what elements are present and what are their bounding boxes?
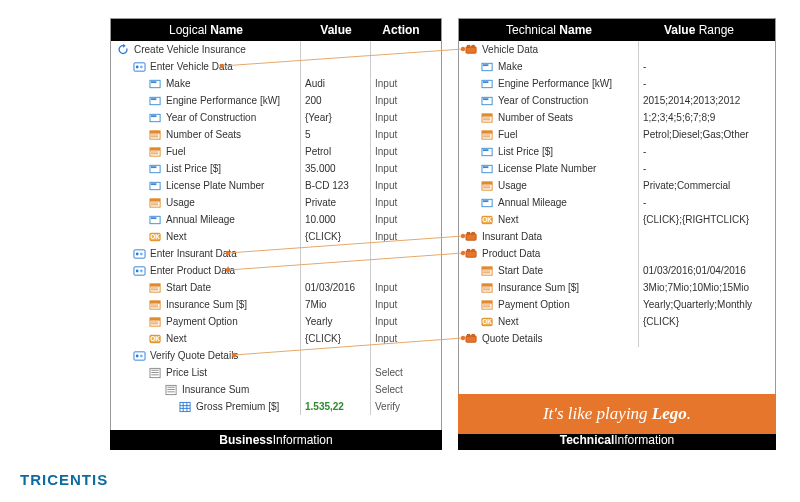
row-value: Private [301,194,371,211]
table-row[interactable]: Next{CLICK};{RIGHTCLICK} [459,211,775,228]
row-value: 01/03/2016 [301,279,371,296]
table-row[interactable]: Year of Construction{Year}Input [111,109,441,126]
table-row[interactable]: Create Vehicle Insurance [111,41,441,58]
table-row[interactable]: Enter Vehicle Data [111,58,441,75]
table-row[interactable]: Insurance Sum [$]3Mio;7Mio;10Mio;15Mio [459,279,775,296]
table-row[interactable]: FuelPetrol;Diesel;Gas;Other [459,126,775,143]
combo-icon [149,282,162,294]
row-value [301,58,371,75]
row-label: Enter Product Data [150,265,235,276]
module-icon [133,248,146,260]
table-row[interactable]: Insurance SumSelect [111,381,441,398]
row-label: Vehicle Data [482,44,538,55]
table-row[interactable]: Enter Insurant Data [111,245,441,262]
lego-callout: It's like playing Lego. [458,394,776,434]
row-action: Input [371,177,431,194]
row-action: Input [371,92,431,109]
combo-icon [149,129,162,141]
combo-icon [481,129,494,141]
table-row[interactable]: Start Date01/03/2016;01/04/2016 [459,262,775,279]
table-row[interactable]: Next{CLICK}Input [111,330,441,347]
technical-panel: Technical Name Value Range Vehicle DataM… [458,18,776,450]
footer-bold: Business [219,433,272,447]
row-label: Annual Mileage [498,197,567,208]
right-rows: Vehicle DataMake-Engine Performance [kW]… [459,41,775,347]
combo-icon [481,282,494,294]
table-row[interactable]: Payment OptionYearlyInput [111,313,441,330]
row-label: Start Date [498,265,543,276]
row-value: 200 [301,92,371,109]
row-value: 1.535,22 [301,398,371,415]
row-label: Gross Premium [$] [196,401,279,412]
field-icon [481,163,494,175]
row-value-range: - [639,75,759,92]
table-row[interactable]: Next{CLICK} [459,313,775,330]
table-row[interactable]: Quote Details [459,330,775,347]
table-row[interactable]: License Plate NumberB-CD 123Input [111,177,441,194]
col-value: Value [320,23,351,37]
row-action: Input [371,211,431,228]
row-action [371,262,431,279]
row-label: Fuel [166,146,185,157]
table-row[interactable]: UsagePrivate;Commercial [459,177,775,194]
field-icon [149,112,162,124]
row-value: {CLICK} [301,228,371,245]
row-action: Input [371,194,431,211]
row-value-range [639,245,759,262]
row-value [301,364,371,381]
table-row[interactable]: Next{CLICK}Input [111,228,441,245]
row-label: Number of Seats [166,129,241,140]
table-row[interactable]: Engine Performance [kW]200Input [111,92,441,109]
table-row[interactable]: Payment OptionYearly;Quarterly;Monthly [459,296,775,313]
row-value-range: 01/03/2016;01/04/2016 [639,262,759,279]
row-value-range: - [639,143,759,160]
field-icon [149,78,162,90]
table-row[interactable]: Price ListSelect [111,364,441,381]
col-logical-name-prefix: Logical [169,23,210,37]
callout-bold: Lego [652,404,687,423]
table-row[interactable]: Number of Seats5Input [111,126,441,143]
table-row[interactable]: Year of Construction2015;2014;2013;2012 [459,92,775,109]
ok-icon [149,231,162,243]
row-value-range: - [639,194,759,211]
row-value-range: 2015;2014;2013;2012 [639,92,759,109]
table-row[interactable]: Insurant Data [459,228,775,245]
table-row[interactable]: Annual Mileage10.000Input [111,211,441,228]
table-row[interactable]: List Price [$]35.000Input [111,160,441,177]
table-row[interactable]: Annual Mileage- [459,194,775,211]
table-row[interactable]: Start Date01/03/2016Input [111,279,441,296]
table-row[interactable]: License Plate Number- [459,160,775,177]
combo-icon [149,197,162,209]
module-icon [133,61,146,73]
row-action: Input [371,228,431,245]
row-label: Create Vehicle Insurance [134,44,246,55]
table-row[interactable]: Gross Premium [$]1.535,22Verify [111,398,441,415]
table-row[interactable]: FuelPetrolInput [111,143,441,160]
table-row[interactable]: Enter Product Data [111,262,441,279]
table-row[interactable]: Make- [459,58,775,75]
table-row[interactable]: Product Data [459,245,775,262]
table-row[interactable]: Number of Seats1;2;3;4;5;6;7;8;9 [459,109,775,126]
col-tech-name: Name [559,23,592,37]
module-icon [133,350,146,362]
table-row[interactable]: MakeAudiInput [111,75,441,92]
table-row[interactable]: Verify Quote Details [111,347,441,364]
table-row[interactable]: List Price [$]- [459,143,775,160]
col-tech-name-prefix: Technical [506,23,559,37]
row-label: Product Data [482,248,540,259]
table-row[interactable]: Engine Performance [kW]- [459,75,775,92]
table-row[interactable]: Vehicle Data [459,41,775,58]
row-action [371,347,431,364]
row-value [301,262,371,279]
row-label: Verify Quote Details [150,350,238,361]
row-action: Input [371,109,431,126]
row-value: Petrol [301,143,371,160]
row-value [301,381,371,398]
footer-bold: Technical [560,433,614,447]
brick-icon [465,44,478,56]
table-row[interactable]: Insurance Sum [$]7MioInput [111,296,441,313]
table-row[interactable]: UsagePrivateInput [111,194,441,211]
field-icon [481,95,494,107]
ok-icon [481,316,494,328]
combo-icon [149,316,162,328]
